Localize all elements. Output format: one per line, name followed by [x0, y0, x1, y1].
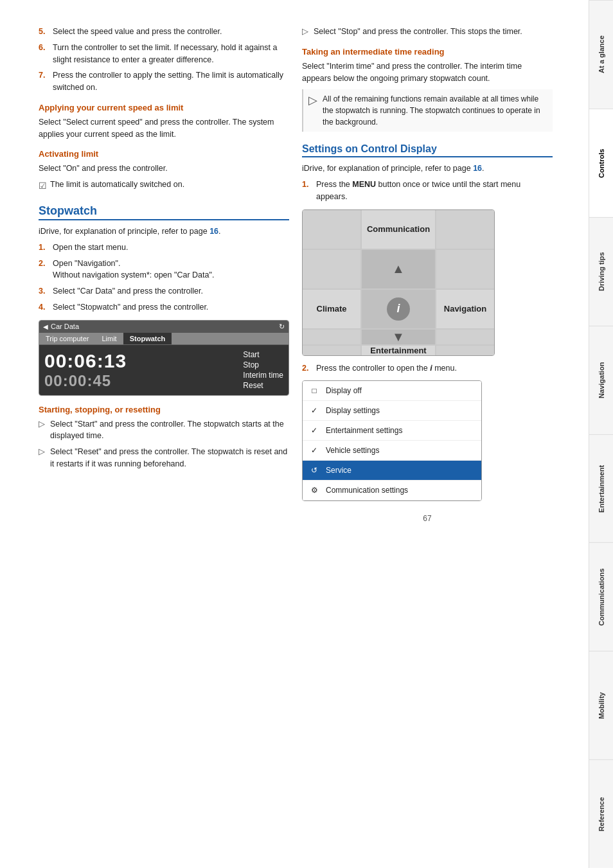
interim-heading: Taking an intermediate time reading — [302, 47, 553, 57]
sidebar-tab-navigation[interactable]: Navigation — [589, 326, 613, 434]
start-bullet: ▷ Select "Start" and press the controlle… — [39, 418, 289, 443]
service-icon: ↺ — [308, 464, 321, 477]
main-content: 5. Select the speed value and press the … — [0, 0, 589, 868]
starting-bullets: ▷ Select "Start" and press the controlle… — [39, 418, 289, 470]
sidebar-tab-driving-tips[interactable]: Driving tips — [589, 217, 613, 326]
sidebar: At a glance Controls Driving tips Naviga… — [589, 0, 613, 868]
sidebar-tab-mobility[interactable]: Mobility — [589, 651, 613, 759]
settings-step-2: 2. Press the controller to open the i me… — [302, 362, 553, 375]
settings-intro: iDrive, for explanation of principle, re… — [302, 163, 553, 175]
interim-text: Select "Interim time" and press the cont… — [302, 60, 553, 85]
nav-display-inner: Communication ▲ Climate i — [303, 210, 494, 355]
settings-step2: 2. Press the controller to open the i me… — [302, 362, 553, 375]
sw-step-2: 2. Open "Navigation".Without navigation … — [39, 258, 289, 282]
sw-step-3: 3. Select "Car Data" and press the contr… — [39, 285, 289, 297]
stopwatch-heading: Stopwatch — [39, 204, 289, 220]
sw-title: Car Data — [51, 323, 79, 330]
display-off-icon: □ — [308, 384, 321, 397]
communication-settings-icon: ⚙ — [308, 484, 321, 497]
sw-header: ◀ Car Data ↻ — [39, 321, 289, 333]
steps-5-7: 5. Select the speed value and press the … — [39, 26, 289, 94]
settings-step1: 1. Press the MENU button once or twice u… — [302, 179, 553, 203]
sw-time-secondary: 00:00:45 — [44, 372, 236, 390]
nav-cell-climate: Climate — [303, 290, 360, 328]
info-icon: i — [387, 297, 410, 321]
sw-back-icon[interactable]: ◀ — [43, 323, 48, 330]
nav-cell-empty-1 — [303, 210, 360, 249]
sw-tab-limit[interactable]: Limit — [95, 333, 123, 344]
activating-heading: Activating limit — [39, 149, 289, 159]
nav-cell-empty-3 — [303, 250, 360, 288]
sidebar-tab-communications[interactable]: Communications — [589, 542, 613, 651]
nav-display-box: Communication ▲ Climate i — [302, 209, 495, 356]
sw-action-interim[interactable]: Interim time — [243, 371, 283, 380]
sw-refresh-icon[interactable]: ↻ — [279, 323, 285, 331]
sw-tab-stopwatch[interactable]: Stopwatch — [123, 333, 172, 344]
note-text: All of the remaining functions remain av… — [323, 93, 547, 128]
sidebar-tab-reference[interactable]: Reference — [589, 759, 613, 868]
imenu-box: □ Display off ✓ Display settings ✓ Enter… — [302, 380, 482, 501]
nav-cell-navigation: Navigation — [436, 290, 494, 328]
note-box: ▷ All of the remaining functions remain … — [302, 89, 553, 132]
sw-tab-trip[interactable]: Trip computer — [39, 333, 95, 344]
sidebar-tab-at-a-glance[interactable]: At a glance — [589, 0, 613, 109]
up-arrow-icon: ▲ — [392, 261, 405, 276]
settings-step-1: 1. Press the MENU button once or twice u… — [302, 179, 553, 203]
sw-times: 00:06:13 00:00:45 — [44, 350, 236, 390]
step-6: 6. Turn the controller to set the limit.… — [39, 42, 289, 66]
imenu-item-service[interactable]: ↺ Service — [303, 461, 481, 481]
page-container: 5. Select the speed value and press the … — [0, 0, 613, 868]
applying-heading: Applying your current speed as limit — [39, 103, 289, 112]
imenu-item-display-settings[interactable]: ✓ Display settings — [303, 401, 481, 421]
sw-body: 00:06:13 00:00:45 Start Stop Interim tim… — [39, 345, 289, 395]
nav-cell-down-arrow: ▼ — [362, 330, 435, 344]
nav-cell-empty-5 — [303, 330, 360, 344]
right-column: ▷ Select "Stop" and press the controller… — [302, 26, 553, 842]
sw-time-main: 00:06:13 — [44, 350, 236, 372]
sw-action-reset[interactable]: Reset — [243, 381, 283, 390]
sw-step-4: 4. Select "Stopwatch" and press the cont… — [39, 301, 289, 314]
nav-cell-empty-8 — [436, 346, 494, 355]
checkmark-icon: ☑ — [39, 179, 47, 193]
bullet-arrow-1: ▷ — [39, 418, 46, 443]
applying-text: Select "Select current speed" and press … — [39, 116, 289, 141]
nav-cell-empty-4 — [436, 250, 494, 288]
sw-step-1: 1. Open the start menu. — [39, 242, 289, 254]
imenu-item-display-off[interactable]: □ Display off — [303, 381, 481, 401]
nav-cell-entertainment: Entertainment — [362, 346, 435, 355]
reset-bullet: ▷ Select "Reset" and press the controlle… — [39, 446, 289, 470]
stopwatch-ui-box: ◀ Car Data ↻ Trip computer Limit Stopwat… — [39, 320, 289, 396]
display-settings-icon: ✓ — [308, 404, 321, 417]
imenu-item-communication-settings[interactable]: ⚙ Communication settings — [303, 481, 481, 500]
stop-bullet: ▷ Select "Stop" and press the controller… — [302, 26, 553, 38]
stop-bullet-list: ▷ Select "Stop" and press the controller… — [302, 26, 553, 38]
imenu-item-entertainment-settings[interactable]: ✓ Entertainment settings — [303, 421, 481, 441]
starting-heading: Starting, stopping, or resetting — [39, 405, 289, 414]
step-7: 7. Press the controller to apply the set… — [39, 69, 289, 94]
nav-cell-communication: Communication — [362, 210, 435, 249]
bullet-arrow-2: ▷ — [39, 446, 46, 470]
activating-check-line: ☑ The limit is automatically switched on… — [39, 179, 289, 193]
stopwatch-intro: iDrive, for explanation of principle, re… — [39, 226, 289, 238]
note-icon: ▷ — [308, 92, 317, 109]
activating-check-text: The limit is automatically switched on. — [50, 179, 184, 191]
nav-cell-center-icon: i — [362, 290, 435, 328]
sw-tabs: Trip computer Limit Stopwatch — [39, 333, 289, 345]
activating-text: Select "On" and press the controller. — [39, 163, 289, 175]
sidebar-tab-controls[interactable]: Controls — [589, 109, 613, 217]
sw-action-start[interactable]: Start — [243, 350, 283, 359]
vehicle-settings-icon: ✓ — [308, 444, 321, 457]
stop-bullet-arrow: ▷ — [302, 26, 310, 38]
nav-cell-empty-2 — [436, 210, 494, 249]
page-number: 67 — [302, 514, 553, 523]
sidebar-tab-entertainment[interactable]: Entertainment — [589, 434, 613, 543]
imenu-item-vehicle-settings[interactable]: ✓ Vehicle settings — [303, 441, 481, 461]
entertainment-settings-icon: ✓ — [308, 424, 321, 437]
nav-cell-empty-6 — [436, 330, 494, 344]
sw-actions: Start Stop Interim time Reset — [243, 350, 283, 390]
step-5: 5. Select the speed value and press the … — [39, 26, 289, 38]
down-arrow-icon: ▼ — [392, 330, 405, 344]
nav-cell-empty-7 — [303, 346, 360, 355]
sw-action-stop[interactable]: Stop — [243, 360, 283, 369]
left-column: 5. Select the speed value and press the … — [39, 26, 289, 842]
